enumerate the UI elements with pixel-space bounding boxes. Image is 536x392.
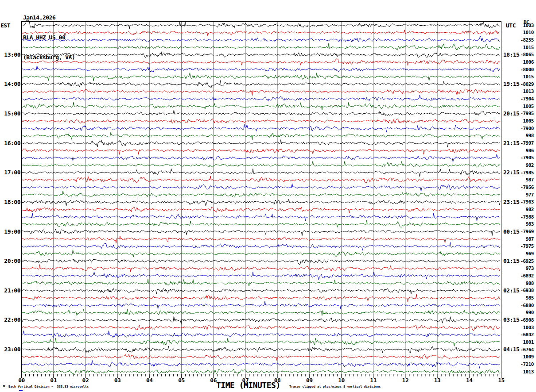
- dc-value-row-45: 1009: [508, 354, 534, 360]
- trace-row-26: [22, 213, 500, 221]
- utc-hour-label: 20:15: [503, 110, 520, 117]
- trace-row-30: [22, 242, 500, 250]
- dc-value-row-43: 1001: [508, 339, 534, 345]
- dc-value-row-22: -7956: [508, 184, 534, 190]
- utc-hour-label: 04:15: [503, 346, 520, 353]
- x-tick-label-00: 00: [16, 377, 28, 384]
- dc-value-row-21: 987: [508, 177, 534, 183]
- trace-row-3: [22, 43, 500, 50]
- dc-value-row-41: 1003: [508, 325, 534, 331]
- x-tick-label-04: 04: [143, 377, 155, 384]
- trace-row-37: [22, 294, 500, 302]
- est-hour-label: 21:00: [0, 287, 20, 294]
- utc-hour-label: 18:15: [503, 51, 520, 58]
- est-hour-label: 19:00: [0, 228, 20, 235]
- trace-row-36: [22, 288, 500, 294]
- dc-value-row-23: 977: [508, 192, 534, 198]
- dc-value-row-10: -7904: [508, 96, 534, 102]
- utc-hour-label: 21:15: [503, 140, 520, 146]
- trace-row-23: [22, 191, 500, 196]
- dc-value-row-29: 987: [508, 236, 534, 242]
- dc-value-row-42: -6842: [508, 332, 534, 338]
- trace-row-31: [22, 250, 500, 257]
- x-tick-label-01: 01: [47, 377, 60, 384]
- utc-hour-label: 19:15: [503, 81, 520, 87]
- trace-row-17: [22, 149, 500, 154]
- x-tick-label-02: 02: [79, 377, 92, 384]
- dc-value-row-17: 986: [508, 148, 534, 154]
- dc-value-row-25: 982: [508, 207, 534, 212]
- trace-row-2: [22, 36, 500, 42]
- est-hour-label: 17:00: [0, 169, 20, 176]
- dc-value-row-35: 988: [508, 281, 534, 286]
- dc-value-row-1: 1010: [508, 30, 534, 35]
- dc-value-row-3: 1015: [508, 45, 534, 50]
- dc-value-row-11: 1005: [508, 104, 534, 109]
- underline-artifact: [19, 390, 23, 391]
- est-hour-label: 15:00: [0, 110, 20, 117]
- dc-value-row-7: 1015: [508, 74, 534, 80]
- trace-row-8: [22, 81, 500, 88]
- dc-value-row-46: -7210: [508, 361, 534, 367]
- trace-row-5: [22, 59, 500, 65]
- trace-row-38: [22, 301, 500, 309]
- trace-row-19: [22, 161, 500, 168]
- x-tick-label-03: 03: [111, 377, 124, 384]
- trace-row-43: [22, 338, 500, 346]
- trace-row-32: [22, 259, 500, 265]
- dc-value-row-6: -8000: [508, 67, 534, 73]
- trace-row-29: [22, 236, 500, 243]
- corner-glyph: м: [3, 384, 5, 388]
- utc-hour-label: 22:15: [503, 169, 520, 176]
- dc-value-row-39: 990: [508, 310, 534, 315]
- helicorder-screenshot: Jan14,2026 BLA HHZ US 00 (Blacksburg, VA…: [0, 0, 536, 392]
- trace-row-22: [22, 184, 500, 192]
- dc-value-row-34: -6892: [508, 273, 534, 279]
- trace-row-42: [22, 331, 500, 338]
- trace-row-25: [22, 207, 500, 213]
- trace-row-21: [22, 176, 500, 183]
- dc-value-row-19: 982: [508, 162, 534, 168]
- dc-value-row-14: -7900: [508, 126, 534, 131]
- trace-row-13: [22, 119, 500, 123]
- dc-value-row-18: -7905: [508, 155, 534, 161]
- est-hour-label: 23:00: [0, 346, 20, 353]
- x-tick-label-09: 09: [303, 377, 315, 384]
- x-tick-label-13: 13: [431, 377, 443, 384]
- est-hour-label: 20:00: [0, 257, 20, 264]
- trace-row-28: [22, 229, 500, 236]
- trace-row-4: [22, 52, 500, 58]
- est-hour-label: 16:00: [0, 140, 20, 146]
- est-hour-label: 22:00: [0, 316, 20, 323]
- dc-value-row-0: 1003: [508, 23, 534, 28]
- dc-value-row-30: -7975: [508, 243, 534, 249]
- x-axis-title: TIME (MINUTES): [216, 380, 280, 390]
- utc-hour-label: 00:15: [503, 228, 520, 235]
- dc-value-row-33: 973: [508, 265, 534, 271]
- trace-row-34: [22, 272, 500, 280]
- trace-row-15: [22, 132, 500, 140]
- x-tick-label-15: 15: [495, 377, 508, 384]
- dc-value-row-38: -6880: [508, 303, 534, 308]
- trace-row-11: [22, 102, 500, 110]
- dc-value-row-27: 983: [508, 221, 534, 227]
- scale-note: Each Vertical Division = 333.33 microvol…: [8, 385, 89, 388]
- trace-row-1: [22, 30, 500, 37]
- trace-row-0: [22, 20, 500, 29]
- dc-value-row-5: 1006: [508, 59, 534, 65]
- est-hour-label: 13:00: [0, 51, 20, 58]
- trace-row-10: [22, 95, 500, 101]
- trace-row-9: [22, 89, 500, 96]
- trace-row-12: [22, 110, 500, 115]
- x-tick-label-12: 12: [399, 377, 412, 384]
- trace-row-47: [22, 369, 500, 375]
- trace-row-6: [22, 65, 500, 72]
- trace-row-46: [22, 360, 500, 368]
- seismogram-plot: [0, 0, 536, 392]
- clip-note: Traces clipped at plus/minus 5 vertical …: [289, 385, 381, 388]
- dc-value-row-2: -8255: [508, 37, 534, 43]
- trace-row-45: [22, 354, 500, 361]
- trace-row-39: [22, 309, 500, 316]
- dc-value-row-37: 985: [508, 295, 534, 301]
- trace-row-18: [22, 154, 500, 162]
